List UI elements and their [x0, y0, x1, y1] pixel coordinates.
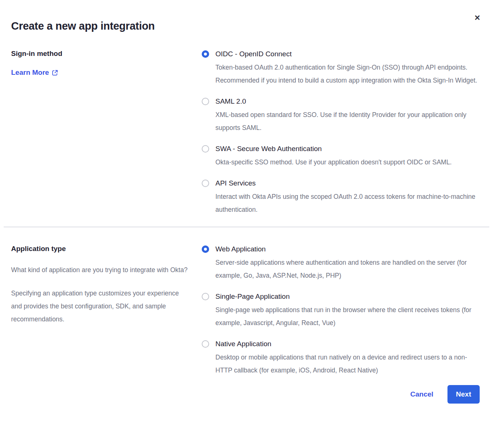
- radio-option-label[interactable]: SWA - Secure Web Authentication: [215, 144, 452, 154]
- radio-button[interactable]: [202, 245, 209, 253]
- radio-button[interactable]: [202, 180, 209, 187]
- application-type-label: Application type: [11, 244, 191, 253]
- radio-option-label[interactable]: Web Application: [215, 244, 479, 254]
- signin-option-swa: SWA - Secure Web Authentication Okta-spe…: [202, 144, 480, 169]
- radio-option-description: Interact with Okta APIs using the scoped…: [215, 190, 479, 216]
- learn-more-link[interactable]: Learn More: [11, 68, 58, 77]
- signin-method-section: Sign-in method Learn More OIDC - OpenID …: [11, 49, 480, 216]
- dialog-footer: Cancel Next: [11, 385, 480, 404]
- radio-button[interactable]: [202, 340, 209, 348]
- signin-option-saml: SAML 2.0 XML-based open standard for SSO…: [202, 97, 480, 134]
- application-type-intro: What kind of application are you trying …: [11, 264, 189, 277]
- radio-option-label[interactable]: Native Application: [215, 339, 479, 349]
- close-icon[interactable]: ✕: [473, 13, 482, 23]
- next-button[interactable]: Next: [447, 385, 480, 404]
- radio-option-label[interactable]: OIDC - OpenID Connect: [215, 49, 479, 59]
- apptype-option-web: Web Application Server-side applications…: [202, 244, 480, 282]
- radio-option-label[interactable]: SAML 2.0: [215, 97, 479, 106]
- section-divider: [4, 227, 489, 227]
- radio-option-description: Token-based OAuth 2.0 authentication for…: [215, 61, 479, 87]
- apptype-option-spa: Single-Page Application Single-page web …: [202, 292, 480, 330]
- signin-method-label: Sign-in method: [11, 49, 191, 58]
- radio-option-label[interactable]: Single-Page Application: [215, 292, 479, 301]
- application-type-section: Application type What kind of applicatio…: [11, 244, 480, 377]
- signin-option-oidc: OIDC - OpenID Connect Token-based OAuth …: [202, 49, 480, 87]
- cancel-button[interactable]: Cancel: [410, 390, 433, 398]
- radio-button[interactable]: [202, 50, 209, 58]
- radio-option-label[interactable]: API Services: [215, 178, 479, 188]
- radio-option-description: XML-based open standard for SSO. Use if …: [215, 108, 479, 134]
- radio-button[interactable]: [202, 293, 209, 300]
- radio-button[interactable]: [202, 98, 209, 105]
- signin-option-api-services: API Services Interact with Okta APIs usi…: [202, 178, 480, 216]
- create-app-integration-dialog: ✕ Create a new app integration Sign-in m…: [0, 0, 493, 448]
- dialog-title: Create a new app integration: [11, 20, 480, 32]
- radio-option-description: Desktop or mobile applications that run …: [215, 351, 479, 377]
- application-type-detail: Specifying an application type customize…: [11, 287, 189, 326]
- learn-more-label: Learn More: [11, 68, 49, 77]
- radio-option-description: Single-page web applications that run in…: [215, 304, 479, 330]
- apptype-option-native: Native Application Desktop or mobile app…: [202, 339, 480, 377]
- external-link-icon: [52, 70, 58, 76]
- radio-button[interactable]: [202, 145, 209, 153]
- radio-option-description: Okta-specific SSO method. Use if your ap…: [215, 156, 452, 169]
- radio-option-description: Server-side applications where authentic…: [215, 256, 479, 282]
